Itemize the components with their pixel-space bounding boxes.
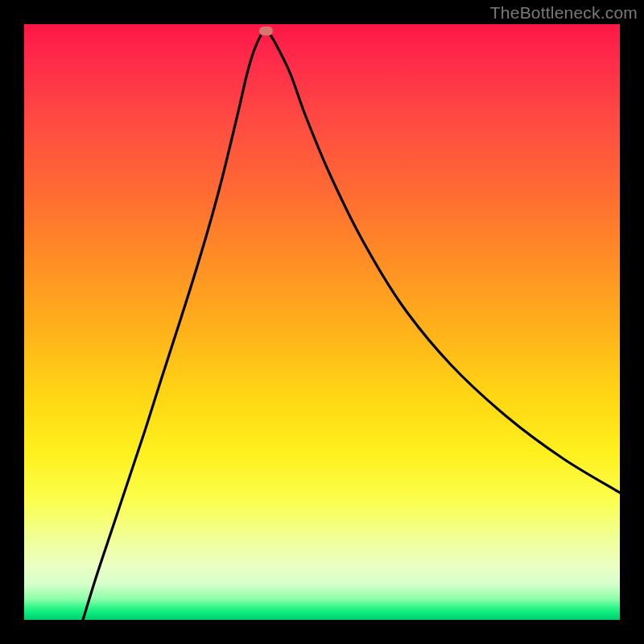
watermark-text: TheBottleneck.com [490,3,638,23]
chart-frame: TheBottleneck.com [0,0,644,644]
plot-area [24,24,620,620]
sweet-spot-marker [259,27,273,35]
bottleneck-curve [24,24,620,620]
